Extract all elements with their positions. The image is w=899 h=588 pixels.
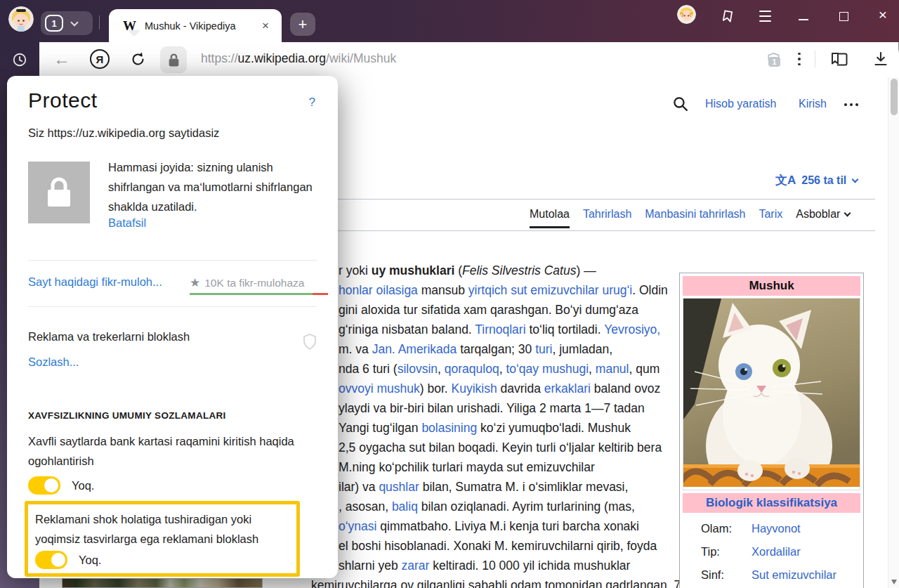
wiki-link[interactable]: baliq [392,499,418,514]
page-scrollbar[interactable] [888,77,899,588]
wiki-tab-asboblar[interactable]: Asboblar [796,208,850,226]
toggle-on[interactable] [28,476,60,495]
article-line: , asosan, baliq bilan oziqlanadi. Ayrim … [339,497,711,516]
text-fragment: m. va [339,342,372,356]
wiki-link[interactable]: turi [535,342,552,356]
more-options-button[interactable] [843,103,860,106]
wiki-link[interactable]: zarar [402,558,430,573]
taxonomy-value-link[interactable]: Xordalilar [752,545,801,558]
text-fragment: . Oldin [632,283,668,297]
wiki-tab-tarix[interactable]: Tarix [759,208,782,226]
reload-button[interactable] [128,49,147,69]
text-fragment: , [438,362,445,376]
divider [28,260,317,261]
wiki-link[interactable]: erkaklari [544,381,591,396]
collections-button[interactable] [827,48,851,70]
maximize-icon [839,12,848,21]
toggle-knob [44,478,58,492]
yandex-search-button[interactable]: Я [90,49,110,69]
back-button[interactable]: ← [52,49,72,69]
help-link[interactable]: ? [309,96,315,110]
text-fragment: Yangi tugʻilgan [339,421,421,435]
history-sidebar-button[interactable] [0,42,39,77]
wiki-link[interactable]: Tirnoqlari [475,322,525,337]
text-fragment: 2,5 oygacha sut bilan boqadi. Keyin turl… [339,440,662,455]
back-arrow-icon: ← [53,49,70,69]
tab-label: Tarix [759,208,782,221]
taxonomy-label: Olam: [701,522,752,535]
taxonomy-label: Tip: [701,545,752,558]
maximize-button[interactable] [834,7,853,25]
tab-counter-button[interactable]: 1 [41,11,93,35]
downloads-button[interactable] [870,48,891,70]
toggle-on[interactable] [35,551,67,569]
article-line: el boshi hisoblanadi. Xonaki M. kemiruvc… [339,536,711,556]
tab-label: Manbasini tahrirlash [645,208,745,221]
wiki-tab-mutolaa[interactable]: Mutolaa [530,208,570,228]
adblock-settings-link[interactable]: Sozlash... [28,355,79,369]
minimize-button[interactable] [794,7,813,25]
chevron-down-icon [844,210,851,217]
text-fragment: r yoki [339,263,372,277]
new-tab-button[interactable]: + [290,13,315,36]
chevron-down-icon [852,176,859,183]
wiki-link[interactable]: Jan. Amerikada [372,342,457,356]
wiki-link[interactable]: honlar oilasiga [339,283,418,297]
create-account-link[interactable]: Hisob yaratish [705,98,776,110]
sync-avatar[interactable] [677,5,696,24]
taxonomy-value-link[interactable]: Hayvonot [752,522,801,535]
wiki-tab-tahrirlash[interactable]: Tahrirlash [583,208,631,226]
site-security-button[interactable] [160,46,187,73]
text-fragment: kemiruvchilarga ov qilganligi sababli od… [311,578,681,588]
wiki-link[interactable]: ovvoyi mushuk [339,381,420,396]
text-fragment: ( [454,263,462,277]
kitten-photo[interactable] [683,298,860,490]
tab-count-badge: 1 [45,15,63,32]
wiki-link[interactable]: toʻqay mushugi [506,362,589,376]
browser-tab[interactable]: W Mushuk - Vikipediya × [109,9,282,42]
ellipsis-icon [844,103,847,106]
article-line: honlar oilasiga mansub yirtqich sut emiz… [339,280,711,300]
scrollbar-thumb[interactable] [891,79,898,115]
feedback-count: ★ 10K ta fikr-mulohaza [190,275,304,290]
page-actions-button[interactable] [792,49,806,69]
wiki-tab-manbasini-tahrirlash[interactable]: Manbasini tahrirlash [645,208,745,226]
wiki-search-button[interactable] [670,93,690,113]
white-kitten-image [683,299,860,487]
wiki-link[interactable]: qushlar [379,480,419,494]
login-link[interactable]: Kirish [799,98,827,110]
protect-status-button[interactable]: 1 [761,48,785,72]
profile-avatar[interactable] [8,6,34,32]
article-line: oʻynasi qimmatbaho. Liviya M.i kenja tur… [339,516,711,536]
translate-icon: 文A [775,172,796,188]
text-fragment: Felis Silvestris Catus [462,263,576,277]
tab-close-icon[interactable]: × [258,19,273,33]
wiki-tabs: MutolaaTahrirlashManbasini tahrirlashTar… [530,208,850,228]
wiki-link[interactable]: yirtqich sut emizuvchilar urugʻi [468,283,632,297]
article-line: Yangi tugʻilgan bolasining koʻzi yumuqbo… [339,418,711,438]
text-fragment: gʻriniga nisbatan baland. [339,322,475,337]
wiki-link[interactable]: oʻynasi [339,519,376,533]
site-line: Siz https://uz.wikipedia.org saytidasiz [28,126,219,140]
site-feedback-link[interactable]: Sayt haqidagi fikr-muloh... [28,275,162,289]
shock-ads-setting: Yoq. [35,551,101,569]
wiki-link[interactable]: Yevrosiyo, [604,322,660,337]
bookmarks-button[interactable] [719,7,736,25]
language-selector[interactable]: 文A 256 ta til [775,172,858,188]
article-line: kemiruvchilarga ov qilganligi sababli od… [311,578,681,588]
wiki-link[interactable]: manul [596,362,629,376]
close-window-button[interactable]: × [874,6,892,24]
address-bar[interactable]: https://uz.wikipedia.org/wiki/Mushuk [201,51,396,66]
toggle-state-label: Yoq. [72,479,94,492]
wiki-link[interactable]: qoraquloq [445,362,499,376]
reload-icon [130,51,146,67]
wiki-link[interactable]: silovsin [398,362,438,376]
divider [338,230,875,231]
scrollbar-down-arrow[interactable] [891,580,897,584]
details-link[interactable]: Batafsil [108,216,146,230]
taxonomy-value-link[interactable]: Sut emizuvchilar [752,568,836,582]
wiki-link[interactable]: Kuyikish [452,381,497,396]
text-fragment: , jumladan, [552,342,612,356]
wiki-link[interactable]: bolasining [421,421,477,435]
menu-button[interactable] [758,8,772,24]
